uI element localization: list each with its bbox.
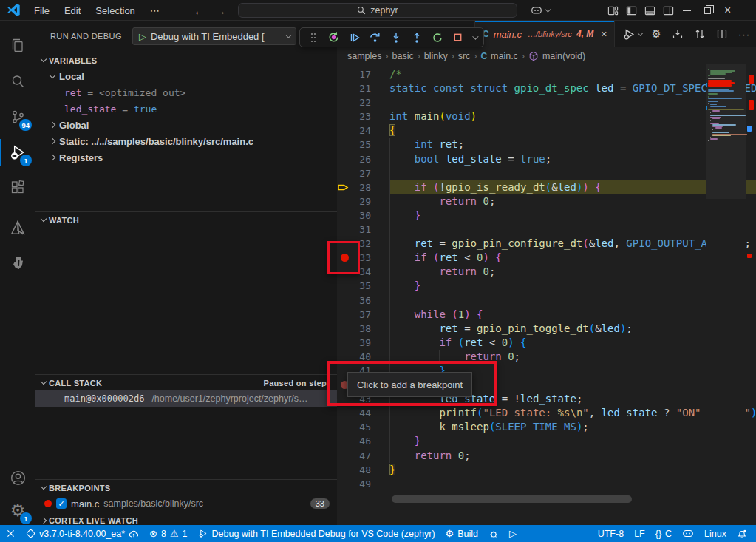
code-line[interactable]: 23int main(void) [337,109,756,123]
code-line[interactable]: 32ret = gpio_pin_configure_dt(&led, GPIO… [337,237,756,251]
drag-grip-icon[interactable] [304,29,322,46]
run-or-debug-button[interactable] [623,28,641,41]
variables-group-static[interactable]: Static: ../../samples/basic/blinky/src/m… [35,133,337,149]
variable-row[interactable]: led_state = true [35,101,337,117]
code-line[interactable]: 31 [337,223,756,237]
gutter-glyph-margin[interactable] [337,194,353,209]
breadcrumb-symbol[interactable]: main(void) [542,51,585,61]
code-line[interactable]: 24{ [337,123,756,138]
code-line[interactable]: 49 [337,477,756,491]
code-line[interactable]: 45k_msleep(SLEEP_TIME_MS); [337,420,756,434]
os-status[interactable]: Linux [704,529,726,539]
code-line[interactable]: 36 [337,294,756,308]
step-over-button[interactable] [366,29,384,46]
gutter-glyph-margin[interactable] [337,152,353,166]
sync-icon[interactable] [694,28,706,40]
problems-status[interactable]: ⊗ 8 ⚠ 1 [149,528,187,539]
start-debug-icon[interactable]: ▷ [139,31,146,42]
restart-button[interactable] [428,29,446,46]
reset-button[interactable] [324,29,343,46]
debug-config-dropdown[interactable]: ▷ Debug with TI Embedded [ [132,27,296,45]
debug-more-button[interactable] [469,29,480,46]
debug-session-status[interactable]: Debug with TI Embedded Debug for VS Code… [198,529,435,539]
more-icon[interactable]: ··· [738,29,750,40]
forward-icon[interactable]: → [215,4,226,17]
code-line[interactable]: 27 [337,166,756,180]
gutter-glyph-margin[interactable] [337,223,353,237]
continue-button[interactable] [345,29,364,46]
section-watch[interactable]: WATCH [35,211,337,228]
section-call-stack[interactable]: CALL STACK Paused on step [35,374,337,390]
close-tab-icon[interactable]: × [601,28,607,40]
gutter-glyph-margin[interactable] [337,279,353,293]
menu-file[interactable]: File [28,4,55,18]
encoding-status[interactable]: UTF-8 [598,529,624,539]
gutter-glyph-margin[interactable] [337,308,353,322]
sidebar-item-extensions[interactable] [0,172,35,204]
gutter-glyph-margin[interactable] [337,434,353,448]
code-line[interactable]: 35} [337,279,756,293]
variables-group-global[interactable]: Global [35,117,337,133]
code-line[interactable]: 17/* [337,67,756,81]
variables-group-registers[interactable]: Registers [35,149,337,166]
horizontal-scrollbar[interactable] [392,495,632,503]
sidebar-item-cmake[interactable] [0,211,35,244]
gutter-glyph-margin[interactable] [337,322,353,336]
language-status[interactable]: {} C [655,529,672,539]
code-line[interactable]: 34return 0; [337,265,756,279]
gutter-glyph-margin[interactable] [337,81,353,95]
section-variables[interactable]: VARIABLES [35,52,337,68]
code-line[interactable]: 26bool led_state = true; [337,152,756,166]
toggle-secondary-sidebar-icon[interactable] [663,5,674,16]
code-line[interactable]: 44printf("LED state: %s\n", led_state ? … [337,406,756,420]
gutter-glyph-margin[interactable] [337,463,353,477]
eol-status[interactable]: LF [634,529,645,539]
code-line[interactable]: 22 [337,95,756,109]
gutter-glyph-margin[interactable] [337,138,353,152]
gutter-glyph-margin[interactable] [337,109,353,123]
gutter-glyph-margin[interactable] [337,67,353,81]
stop-button[interactable] [449,29,467,46]
gutter-glyph-margin[interactable] [337,95,353,109]
step-into-button[interactable] [386,29,405,46]
code-editor[interactable]: 17/*21static const struct gpio_dt_spec l… [337,64,756,525]
variables-group-local[interactable]: Local [35,68,337,84]
gutter-glyph-margin[interactable] [337,294,353,308]
gutter-glyph-margin[interactable] [337,180,353,194]
restore-icon[interactable] [704,7,711,14]
command-center-search[interactable]: zephyr [238,3,517,18]
callstack-frame-row[interactable]: main@0x000002d6 /home/user1/zephyrprojec… [35,390,337,407]
breadcrumb-item[interactable]: src [458,51,471,61]
code-line[interactable]: 38ret = gpio_pin_toggle_dt(&led); [337,322,756,336]
breadcrumb-file[interactable]: main.c [491,51,518,61]
breadcrumb-item[interactable]: samples [347,51,382,61]
copilot-status[interactable] [682,529,694,538]
sidebar-item-source-control[interactable]: 94 [0,101,35,133]
settings-button[interactable]: ⚙ 1 [0,494,35,526]
gutter-glyph-margin[interactable] [337,420,353,434]
gutter-glyph-margin[interactable] [337,477,353,491]
play-button[interactable]: ▷ [509,528,517,539]
gutter-glyph-margin[interactable] [337,449,353,463]
gutter-glyph-margin[interactable] [337,336,353,350]
gutter-glyph-margin[interactable] [337,406,353,420]
minimap[interactable] [706,64,746,525]
code-line[interactable]: 29return 0; [337,194,756,209]
sidebar-item-explorer[interactable] [0,30,35,62]
code-line[interactable]: 33if (ret < 0) { [337,251,756,265]
gutter-glyph-margin[interactable] [337,123,353,138]
copilot-button[interactable] [531,3,549,18]
toggle-panel-icon[interactable] [644,5,655,16]
breadcrumb-item[interactable]: basic [392,51,414,61]
code-line[interactable]: 25int ret; [337,138,756,152]
code-line[interactable]: 37while (1) { [337,308,756,322]
gear-icon[interactable]: ⚙ [652,27,661,41]
back-icon[interactable]: ← [194,4,205,17]
code-line[interactable]: 39if (ret < 0) { [337,336,756,350]
bug-button[interactable] [488,529,499,539]
version-status[interactable]: v3.7.0-ti-8.40.00_ea* [26,529,139,539]
build-button[interactable]: ⚙ Build [446,528,478,539]
step-out-button[interactable] [407,29,426,46]
close-icon[interactable]: × [724,4,731,16]
overview-ruler[interactable] [746,64,756,525]
